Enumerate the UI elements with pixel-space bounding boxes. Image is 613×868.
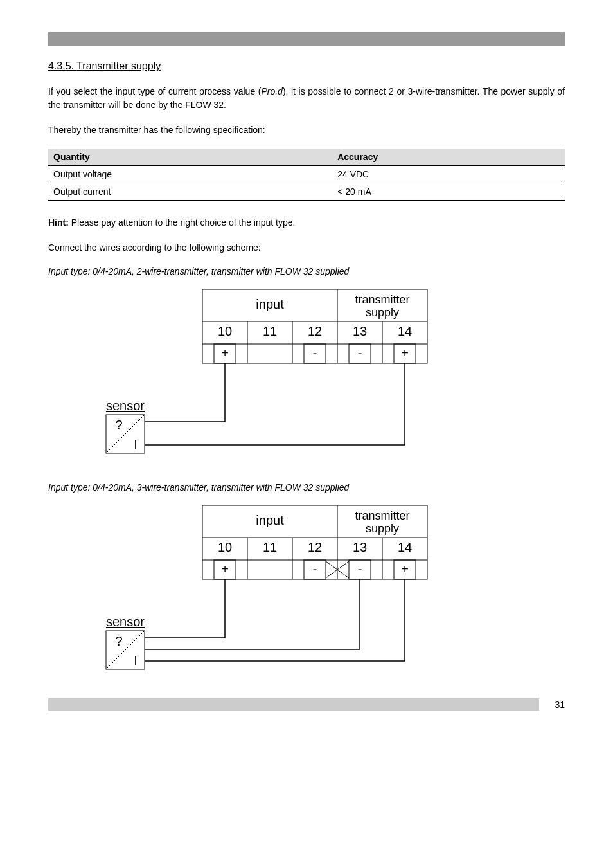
sensor-i: I — [134, 653, 138, 667]
terminal-14: 14 — [398, 540, 412, 554]
wiring-diagram-svg: input transmitter supply 10 11 12 13 14 … — [87, 283, 447, 457]
svg-line-12 — [106, 415, 145, 453]
terminal-11: 11 — [263, 324, 277, 338]
section-heading: 4.3.5. Transmitter supply — [48, 60, 565, 72]
cell-acc: < 20 mA — [332, 183, 565, 201]
diagram-3wire: input transmitter supply 10 11 12 13 14 … — [87, 499, 447, 673]
polarity-minus: - — [313, 562, 317, 576]
terminal-13: 13 — [353, 324, 367, 338]
polarity-plus: + — [401, 562, 409, 576]
terminal-12: 12 — [308, 324, 322, 338]
header-band — [48, 32, 565, 46]
diagram2-caption: Input type: 0/4-20mA, 3-wire-transmitter… — [48, 482, 565, 493]
polarity-plus: + — [221, 346, 229, 360]
terminal-12: 12 — [308, 540, 322, 554]
th-quantity: Quantity — [48, 149, 332, 166]
wiring-diagram-svg: input transmitter supply 10 11 12 13 14 … — [87, 499, 447, 673]
polarity-minus: - — [358, 562, 362, 576]
cell-qty: Output voltage — [48, 166, 332, 183]
svg-line-27 — [106, 631, 145, 669]
footer: 31 — [48, 698, 565, 711]
polarity-plus: + — [401, 346, 409, 360]
label-supply: supply — [366, 522, 399, 535]
section-number: 4.3.5. — [48, 60, 74, 71]
label-sensor: sensor — [106, 399, 145, 413]
hint-lead: Hint: — [48, 217, 69, 228]
polarity-minus: - — [358, 346, 362, 360]
polarity-minus: - — [313, 346, 317, 360]
spec-table: Quantity Accuracy Output voltage 24 VDC … — [48, 149, 565, 201]
spec-lead: Thereby the transmitter has the followin… — [48, 123, 565, 137]
cell-acc: 24 VDC — [332, 166, 565, 183]
terminal-10: 10 — [218, 540, 232, 554]
polarity-plus: + — [221, 562, 229, 576]
intro-code: Pro.d — [261, 86, 282, 96]
label-transmitter: transmitter — [355, 293, 409, 306]
terminal-14: 14 — [398, 324, 412, 338]
label-supply: supply — [366, 306, 399, 319]
terminal-10: 10 — [218, 324, 232, 338]
table-row: Output current < 20 mA — [48, 183, 565, 201]
label-input: input — [256, 513, 284, 527]
label-input: input — [256, 297, 284, 311]
cell-qty: Output current — [48, 183, 332, 201]
section-title-text: Transmitter supply — [76, 60, 161, 71]
hint-body: Please pay attention to the right choice… — [69, 217, 296, 228]
intro-part1: If you select the input type of current … — [48, 86, 261, 96]
page-number: 31 — [555, 700, 565, 710]
label-sensor: sensor — [106, 615, 145, 629]
label-transmitter: transmitter — [355, 509, 409, 522]
sensor-q: ? — [115, 418, 122, 432]
refer-line: Connect the wires according to the follo… — [48, 241, 565, 255]
diagram-2wire: input transmitter supply 10 11 12 13 14 … — [87, 283, 447, 457]
terminal-11: 11 — [263, 540, 277, 554]
hint-line: Hint: Please pay attention to the right … — [48, 216, 565, 230]
terminal-13: 13 — [353, 540, 367, 554]
footer-band — [48, 698, 539, 711]
diagram1-caption: Input type: 0/4-20mA, 2-wire-transmitter… — [48, 266, 565, 276]
table-row: Output voltage 24 VDC — [48, 166, 565, 183]
sensor-q: ? — [115, 634, 122, 648]
intro-paragraph: If you select the input type of current … — [48, 85, 565, 112]
sensor-i: I — [134, 437, 138, 451]
th-accuracy: Accuracy — [332, 149, 565, 166]
